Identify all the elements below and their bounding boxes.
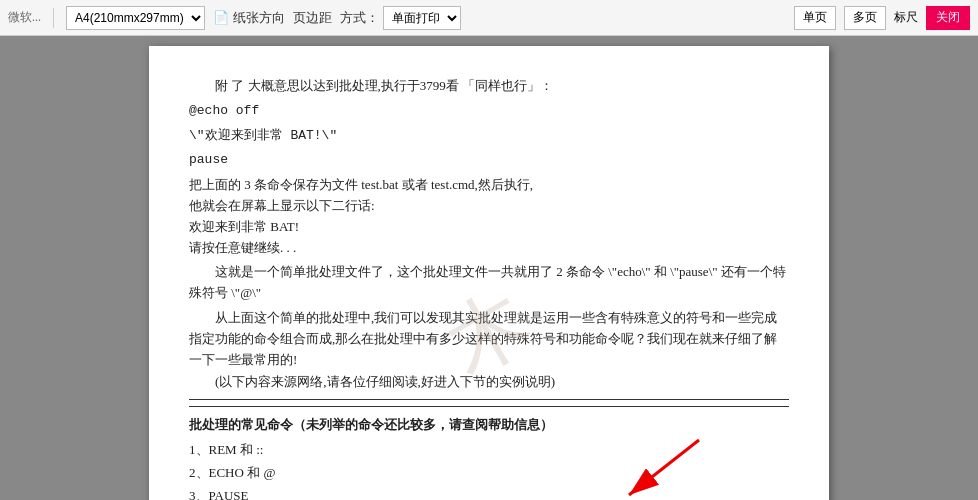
page-size-select[interactable]: A4(210mmx297mm) [66,6,205,30]
toolbar-divider-1 [53,8,54,28]
section-title: 批处理的常见命令（未列举的命令还比较多，请查阅帮助信息） [189,415,789,436]
display-desc: 他就会在屏幕上显示以下二行话: [189,196,789,217]
summary-text: 这就是一个简单批处理文件了，这个批处理文件一共就用了 2 条命令 \"echo\… [189,262,789,304]
orientation-label: 纸张方向 [233,9,285,27]
intro-text: 附 了 大概意思以达到批处理,执行于3799看 [189,78,459,93]
list-item-3: 3、PAUSE [189,486,789,500]
save-desc: 把上面的 3 条命令保存为文件 test.bat 或者 test.cmd,然后执… [189,175,789,196]
echo-line: \"欢迎来到非常 BAT!\" [189,126,789,147]
margin-item: 页边距 [293,9,332,27]
section-divider2 [189,406,789,407]
close-button[interactable]: 关闭 [926,6,970,30]
multi-page-btn[interactable]: 多页 [844,6,886,30]
method-label: 方式： [340,9,379,27]
main-container: 木 附 了 大概意思以达到批处理,执行于3799看 「同样也行」： @echo … [0,36,978,500]
content-intro: 附 了 大概意思以达到批处理,执行于3799看 「同样也行」： [189,76,789,97]
list-item-1: 1、REM 和 :: [189,440,789,461]
orientation-item: 📄 纸张方向 [213,9,285,27]
margin-label: 页边距 [293,9,332,27]
press-key-output: 请按任意键继续. . . [189,238,789,259]
preview-area: 木 附 了 大概意思以达到批处理,执行于3799看 「同样也行」： @echo … [0,36,978,500]
source-note: (以下内容来源网络,请各位仔细阅读,好进入下节的实例说明) [189,372,789,393]
ruler-label: 标尺 [894,9,918,26]
list-item-2: 2、ECHO 和 @ [189,463,789,484]
page-content: 附 了 大概意思以达到批处理,执行于3799看 「同样也行」： @echo of… [189,76,789,500]
toolbar: 微软... A4(210mmx297mm) 📄 纸张方向 页边距 方式： 单面打… [0,0,978,36]
toolbar-left: 微软... [8,9,41,26]
paper-icon: 📄 [213,10,229,26]
welcome-output: 欢迎来到非常 BAT! [189,217,789,238]
intro-text2: 「同样也行」： [462,78,553,93]
method-item: 方式： 单面打印 [340,6,461,30]
echo-off-line: @echo off [189,101,789,122]
page-preview: 木 附 了 大概意思以达到批处理,执行于3799看 「同样也行」： @echo … [149,46,829,500]
toolbar-brand: 微软... [8,9,41,26]
explanation-para: 从上面这个简单的批处理中,我们可以发现其实批处理就是运用一些含有特殊意义的符号和… [189,308,789,370]
single-page-btn[interactable]: 单页 [794,6,836,30]
pause-line: pause [189,150,789,171]
toolbar-right: 单页 多页 标尺 关闭 [794,6,970,30]
method-select[interactable]: 单面打印 [383,6,461,30]
section-divider [189,399,789,400]
